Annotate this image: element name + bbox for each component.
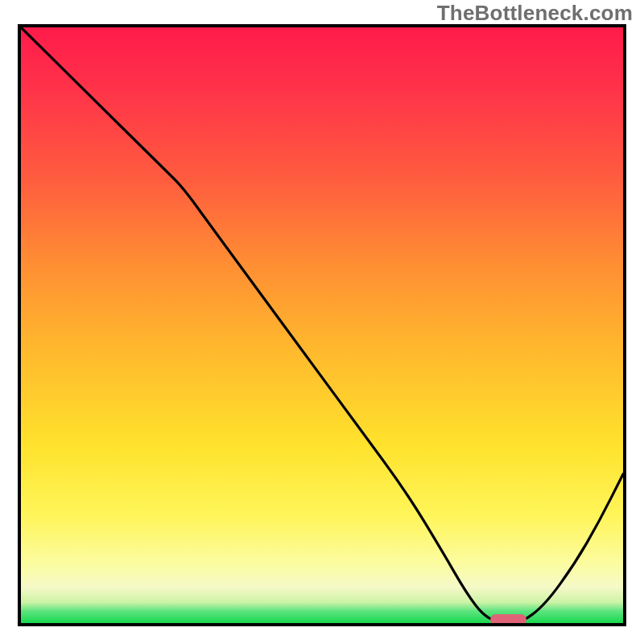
chart-frame: TheBottleneck.com xyxy=(0,0,644,644)
watermark-label: TheBottleneck.com xyxy=(437,1,633,26)
plot-area xyxy=(18,24,626,626)
minimum-marker xyxy=(490,614,526,625)
bottleneck-curve xyxy=(21,27,623,623)
